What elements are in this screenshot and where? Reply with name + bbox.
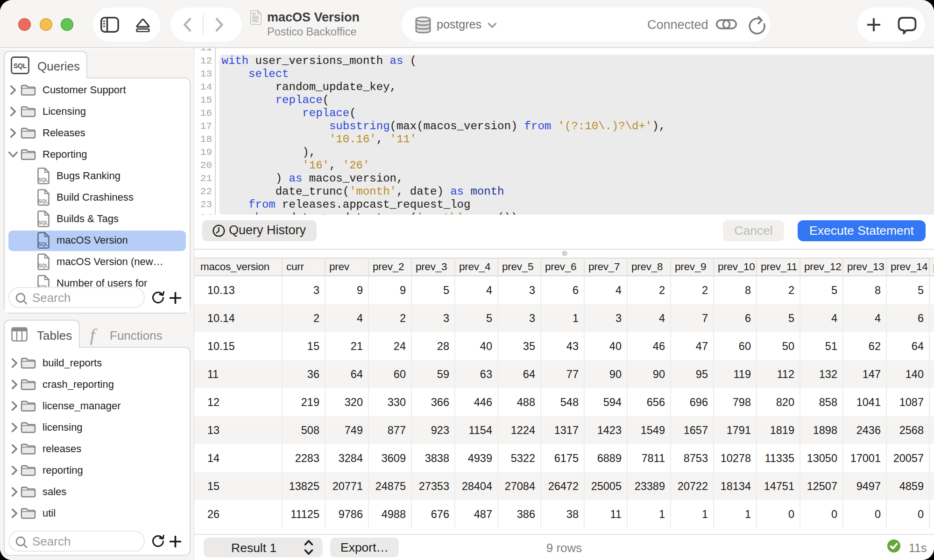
svg-text:SQL: SQL bbox=[38, 263, 49, 268]
svg-text:SQL: SQL bbox=[38, 198, 49, 204]
svg-text:SQL: SQL bbox=[38, 241, 49, 247]
svg-text:SQL: SQL bbox=[14, 62, 27, 70]
svg-text:SQL: SQL bbox=[38, 177, 49, 182]
svg-text:SQL: SQL bbox=[38, 220, 49, 225]
